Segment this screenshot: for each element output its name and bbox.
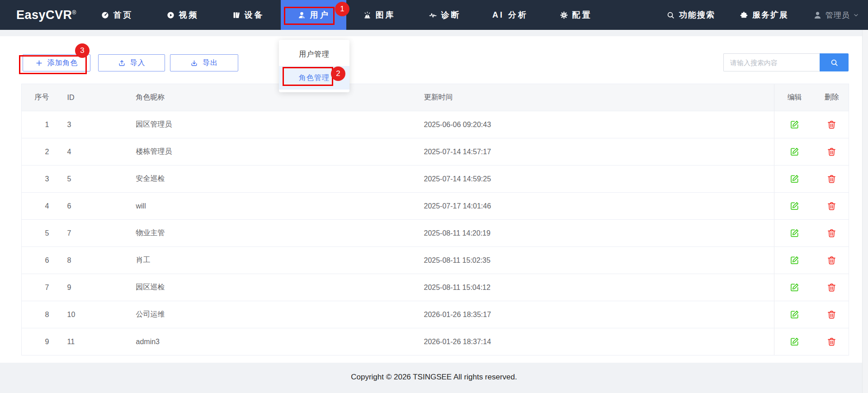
edit-icon[interactable] bbox=[790, 120, 799, 129]
user-icon bbox=[297, 11, 306, 19]
scrollbar[interactable] bbox=[862, 30, 868, 393]
table-row: 9 11 admin3 2026-01-26 18:37:14 bbox=[22, 328, 849, 355]
user-nav-dropdown: 用户管理 角色管理 bbox=[279, 40, 349, 92]
plus-icon bbox=[35, 59, 43, 67]
gear-icon bbox=[560, 11, 568, 19]
table-row: 1 3 园区管理员 2025-06-06 09:20:43 bbox=[22, 111, 849, 138]
row-updated-time: 2025-08-11 15:02:35 bbox=[424, 247, 774, 274]
service-extension-button[interactable]: 服务扩展 bbox=[740, 9, 788, 20]
row-updated-time: 2026-01-26 18:35:17 bbox=[424, 301, 774, 328]
header-index: 序号 bbox=[22, 84, 56, 111]
download-icon bbox=[190, 59, 198, 67]
nav-item-ai-analysis[interactable]: AI 分析 bbox=[477, 0, 543, 30]
roles-table: 序号 ID 角色昵称 更新时间 编辑 删除 1 3 园区管理员 2025-06-… bbox=[21, 84, 849, 355]
add-role-button[interactable]: 添加角色 bbox=[23, 54, 90, 71]
edit-icon[interactable] bbox=[790, 310, 799, 319]
edit-icon[interactable] bbox=[790, 283, 799, 292]
nav-menu: 首页 视频 设备 用户 图库 bbox=[84, 0, 609, 30]
row-index: 2 bbox=[22, 138, 56, 166]
nav-item-device[interactable]: 设备 bbox=[215, 0, 281, 30]
row-index: 5 bbox=[22, 220, 56, 247]
row-id: 4 bbox=[56, 138, 136, 166]
navbar-right: 功能搜索 服务扩展 管理员 bbox=[666, 0, 868, 30]
nav-item-config[interactable]: 配置 bbox=[543, 0, 609, 30]
nav-item-home[interactable]: 首页 bbox=[84, 0, 150, 30]
feature-search-button[interactable]: 功能搜索 bbox=[666, 9, 715, 20]
dashboard-icon bbox=[101, 11, 109, 19]
row-updated-time: 2025-07-17 14:01:46 bbox=[424, 193, 774, 220]
nav-item-video[interactable]: 视频 bbox=[150, 0, 215, 30]
row-id: 8 bbox=[56, 247, 136, 274]
row-index: 3 bbox=[22, 166, 56, 193]
row-updated-time: 2025-06-06 09:20:43 bbox=[424, 111, 774, 138]
nav-item-gallery[interactable]: 图库 bbox=[346, 0, 412, 30]
user-menu[interactable]: 管理员 bbox=[813, 10, 859, 20]
pulse-icon bbox=[429, 11, 437, 19]
row-role-name: 肖工 bbox=[136, 247, 424, 274]
delete-icon[interactable] bbox=[827, 201, 836, 211]
search-button[interactable] bbox=[820, 53, 849, 71]
edit-icon[interactable] bbox=[790, 201, 799, 211]
app-logo: EasyCVR® bbox=[16, 8, 84, 22]
header-id: ID bbox=[56, 84, 136, 111]
row-updated-time: 2025-08-11 15:04:12 bbox=[424, 274, 774, 301]
edit-icon[interactable] bbox=[790, 228, 799, 238]
edit-icon[interactable] bbox=[790, 147, 799, 156]
puzzle-icon bbox=[740, 11, 748, 19]
edit-icon[interactable] bbox=[790, 174, 799, 184]
row-id: 5 bbox=[56, 166, 136, 193]
delete-icon[interactable] bbox=[827, 228, 836, 238]
delete-icon[interactable] bbox=[827, 337, 836, 346]
delete-icon[interactable] bbox=[827, 174, 836, 184]
import-button[interactable]: 导入 bbox=[98, 54, 165, 71]
row-role-name: will bbox=[136, 193, 424, 220]
row-role-name: 楼栋管理员 bbox=[136, 138, 424, 166]
search-icon bbox=[830, 58, 839, 67]
header-edit: 编辑 bbox=[774, 84, 815, 111]
header-delete: 删除 bbox=[815, 84, 849, 111]
dropdown-item-role-management[interactable]: 角色管理 bbox=[279, 66, 349, 90]
row-index: 6 bbox=[22, 247, 56, 274]
table-search bbox=[723, 53, 849, 71]
table-row: 4 6 will 2025-07-17 14:01:46 bbox=[22, 193, 849, 220]
row-role-name: 园区巡检 bbox=[136, 274, 424, 301]
table-row: 7 9 园区巡检 2025-08-11 15:04:12 bbox=[22, 274, 849, 301]
table-row: 6 8 肖工 2025-08-11 15:02:35 bbox=[22, 247, 849, 274]
row-updated-time: 2025-08-11 14:20:19 bbox=[424, 220, 774, 247]
delete-icon[interactable] bbox=[827, 310, 836, 319]
row-index: 8 bbox=[22, 301, 56, 328]
table-row: 3 5 安全巡检 2025-07-14 14:59:25 bbox=[22, 166, 849, 193]
delete-icon[interactable] bbox=[827, 256, 836, 265]
top-navbar: EasyCVR® 首页 视频 设备 用户 bbox=[0, 0, 868, 30]
export-button[interactable]: 导出 bbox=[170, 54, 238, 71]
row-role-name: 物业主管 bbox=[136, 220, 424, 247]
search-input[interactable] bbox=[723, 53, 820, 71]
delete-icon[interactable] bbox=[827, 120, 836, 129]
row-index: 7 bbox=[22, 274, 56, 301]
search-icon bbox=[666, 11, 675, 19]
row-role-name: admin3 bbox=[136, 328, 424, 355]
nav-item-diagnosis[interactable]: 诊断 bbox=[412, 0, 477, 30]
row-id: 6 bbox=[56, 193, 136, 220]
avatar-icon bbox=[813, 10, 822, 20]
nav-item-user[interactable]: 用户 bbox=[281, 0, 346, 30]
edit-icon[interactable] bbox=[790, 256, 799, 265]
table-header-row: 序号 ID 角色昵称 更新时间 编辑 删除 bbox=[22, 84, 849, 111]
delete-icon[interactable] bbox=[827, 283, 836, 292]
page-background-strip bbox=[0, 30, 868, 36]
copyright-text: Copyright © 2026 TSINGSEE All rights res… bbox=[351, 373, 517, 393]
dropdown-item-user-management[interactable]: 用户管理 bbox=[279, 43, 349, 66]
row-updated-time: 2025-07-14 14:57:17 bbox=[424, 138, 774, 166]
table-row: 2 4 楼栋管理员 2025-07-14 14:57:17 bbox=[22, 138, 849, 166]
row-id: 7 bbox=[56, 220, 136, 247]
row-index: 1 bbox=[22, 111, 56, 138]
table-row: 5 7 物业主管 2025-08-11 14:20:19 bbox=[22, 220, 849, 247]
row-id: 3 bbox=[56, 111, 136, 138]
alarm-light-icon bbox=[363, 11, 372, 19]
row-role-name: 园区管理员 bbox=[136, 111, 424, 138]
row-index: 4 bbox=[22, 193, 56, 220]
edit-icon[interactable] bbox=[790, 337, 799, 346]
delete-icon[interactable] bbox=[827, 147, 836, 156]
row-id: 11 bbox=[56, 328, 136, 355]
footer: Copyright © 2026 TSINGSEE All rights res… bbox=[0, 363, 868, 393]
